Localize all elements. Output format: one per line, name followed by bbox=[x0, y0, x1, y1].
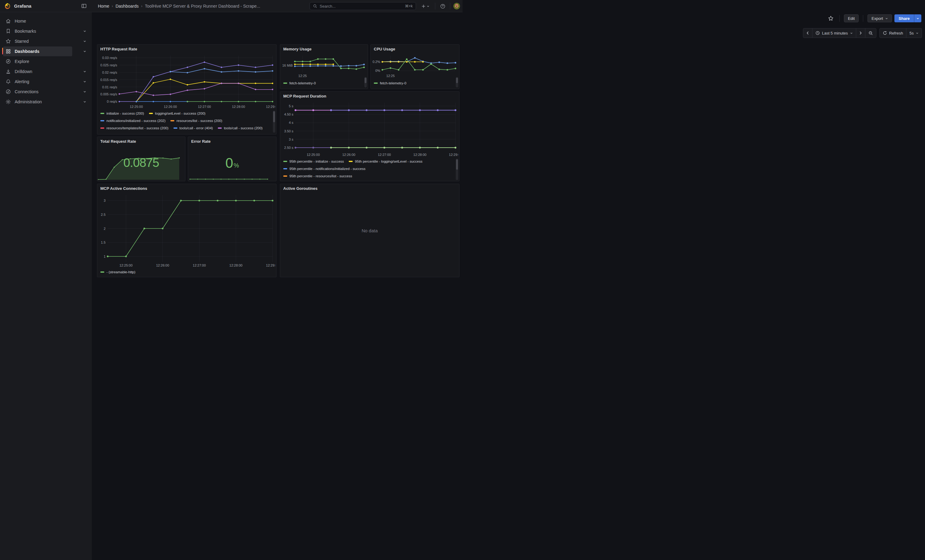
svg-text:0.005 req/s: 0.005 req/s bbox=[100, 92, 118, 96]
sidebar-item-starred[interactable]: Starred bbox=[3, 36, 89, 46]
dashboard-toolbar: Edit Export Share bbox=[92, 12, 462, 24]
sidebar-item-alerting[interactable]: Alerting bbox=[3, 77, 89, 87]
panel-memory-usage: Memory Usage 12:2516 MiB fetch-telemetry… bbox=[280, 44, 368, 89]
panel-title[interactable]: Error Rate bbox=[188, 137, 276, 146]
chevron-down-icon[interactable] bbox=[81, 40, 89, 43]
sidebar-link[interactable]: Dashboards bbox=[3, 47, 72, 56]
panel-title[interactable]: CPU Usage bbox=[371, 45, 459, 53]
search-input[interactable]: Search... ⌘+k bbox=[310, 2, 416, 10]
sidebar-item-label: Dashboards bbox=[15, 49, 39, 54]
legend-scrollbar-thumb[interactable] bbox=[365, 78, 366, 83]
legend-item[interactable]: tools/call - success (200) bbox=[218, 126, 263, 131]
sidebar-link[interactable]: Home bbox=[3, 16, 89, 26]
cpu-usage-chart[interactable]: 12:250.2%0% bbox=[371, 53, 458, 78]
sidebar-item-label: Explore bbox=[15, 59, 29, 64]
panel-title[interactable]: MCP Request Duration bbox=[280, 92, 459, 100]
legend-item[interactable]: notifications/initialized - success (202… bbox=[100, 118, 166, 123]
legend-label: 95th percentile - initialize - success bbox=[289, 159, 344, 163]
sidebar-link[interactable]: Connections bbox=[3, 87, 81, 97]
sidebar-item-home[interactable]: Home bbox=[3, 16, 89, 26]
legend-item[interactable]: resources/templates/list - success (200) bbox=[100, 126, 169, 131]
compass-icon bbox=[6, 59, 11, 64]
search-placeholder: Search... bbox=[319, 4, 402, 9]
chevron-down-icon[interactable] bbox=[81, 30, 89, 33]
grafana-logo-icon[interactable] bbox=[4, 3, 11, 9]
panel-title[interactable]: Memory Usage bbox=[280, 45, 368, 53]
svg-text:12:25:00: 12:25:00 bbox=[307, 153, 320, 156]
breadcrumb-separator: › bbox=[141, 4, 142, 8]
sidebar-item-administration[interactable]: Administration bbox=[3, 97, 89, 107]
svg-text:0.01 req/s: 0.01 req/s bbox=[102, 85, 117, 89]
panel-title[interactable]: Total Request Rate bbox=[97, 137, 185, 146]
legend-scrollbar-thumb[interactable] bbox=[456, 78, 458, 83]
svg-text:4.50 s: 4.50 s bbox=[284, 113, 293, 116]
legend-item[interactable]: - (streamable-http) bbox=[100, 270, 136, 275]
legend-scrollbar-thumb[interactable] bbox=[456, 159, 458, 170]
svg-text:0.2%: 0.2% bbox=[372, 60, 380, 64]
panel-title[interactable]: HTTP Request Rate bbox=[97, 45, 276, 53]
svg-text:12:28:00: 12:28:00 bbox=[229, 263, 243, 267]
sidebar-link[interactable]: Administration bbox=[3, 97, 81, 107]
legend-item[interactable]: logging/setLevel - success (200) bbox=[149, 111, 206, 116]
legend-item[interactable]: 95th percentile - logging/setLevel - suc… bbox=[349, 159, 422, 164]
http-request-rate-chart[interactable]: 12:25:0012:26:0012:27:0012:28:0012:29:00… bbox=[98, 53, 276, 109]
sidebar-item-bookmarks[interactable]: Bookmarks bbox=[3, 26, 89, 36]
nav-right bbox=[419, 0, 460, 12]
chevron-down-icon[interactable] bbox=[81, 70, 89, 73]
svg-text:12:29:00: 12:29:00 bbox=[266, 263, 276, 267]
help-icon[interactable] bbox=[438, 2, 447, 11]
sidebar-link[interactable]: Starred bbox=[3, 36, 81, 46]
panel-http-request-rate: HTTP Request Rate 12:25:0012:26:0012:27:… bbox=[97, 44, 277, 135]
chevron-down-icon[interactable] bbox=[81, 50, 89, 53]
mcp-request-duration-chart[interactable]: 12:25:0012:26:0012:27:0012:28:0012:29:00… bbox=[281, 100, 458, 157]
legend-item[interactable]: 95th percentile - resources/list - succe… bbox=[283, 174, 456, 179]
svg-text:0 req/s: 0 req/s bbox=[107, 100, 117, 103]
legend-scrollbar-thumb[interactable] bbox=[273, 111, 275, 122]
memory-usage-chart[interactable]: 12:2516 MiB bbox=[281, 53, 367, 78]
legend-item[interactable]: 95th percentile - notifications/initiali… bbox=[283, 166, 456, 171]
sidebar-link[interactable]: Drilldown bbox=[3, 67, 81, 77]
sidebar-item-label: Home bbox=[15, 19, 26, 24]
grid-icon bbox=[6, 49, 11, 54]
sidebar-link[interactable]: Bookmarks bbox=[3, 26, 81, 36]
mcp-active-connections-chart[interactable]: 12:25:0012:26:0012:27:0012:28:0012:29:00… bbox=[98, 192, 276, 268]
bookmark-icon bbox=[6, 29, 11, 34]
legend-item[interactable]: resources/list - success (200) bbox=[170, 118, 222, 123]
breadcrumb-dashboards[interactable]: Dashboards bbox=[116, 4, 139, 9]
legend-label: tools/call - error (404) bbox=[179, 126, 213, 130]
legend-item[interactable]: fetch-telemetry-0 bbox=[374, 81, 406, 86]
sidebar: HomeBookmarksStarredDashboardsExploreDri… bbox=[0, 12, 92, 280]
panel-title[interactable]: MCP Active Connections bbox=[97, 184, 276, 192]
bell-icon bbox=[6, 79, 11, 84]
legend-item[interactable]: tools/list - success (200) bbox=[100, 133, 144, 134]
chevron-down-icon[interactable] bbox=[81, 100, 89, 103]
svg-text:12:25:00: 12:25:00 bbox=[130, 105, 143, 108]
add-button[interactable] bbox=[419, 2, 432, 11]
legend-color-dot bbox=[218, 128, 222, 129]
legend-item[interactable]: fetch-telemetry-0 bbox=[283, 81, 316, 86]
sidebar-item-drilldown[interactable]: Drilldown bbox=[3, 66, 89, 77]
sidebar-item-connections[interactable]: Connections bbox=[3, 87, 89, 97]
chevron-down-icon[interactable] bbox=[81, 90, 89, 93]
legend-label: fetch-telemetry-0 bbox=[380, 81, 406, 85]
sidebar-link[interactable]: Alerting bbox=[3, 77, 81, 87]
svg-text:12:25:00: 12:25:00 bbox=[119, 263, 133, 267]
sidebar-link[interactable]: Explore bbox=[3, 57, 89, 66]
legend-item[interactable]: unknown - success (200) bbox=[149, 133, 194, 134]
sidebar-item-dashboards[interactable]: Dashboards bbox=[3, 46, 89, 56]
breadcrumb-home[interactable]: Home bbox=[98, 4, 109, 9]
legend-color-dot bbox=[100, 128, 104, 129]
legend-item[interactable]: tools/call - error (404) bbox=[173, 126, 213, 131]
http-legend: initialize - success (200)logging/setLev… bbox=[97, 110, 273, 134]
plug-icon bbox=[6, 89, 11, 95]
legend-item[interactable]: initialize - success (200) bbox=[100, 111, 144, 116]
avatar[interactable] bbox=[453, 3, 460, 9]
chevron-down-icon[interactable] bbox=[81, 80, 89, 83]
sidebar-item-explore[interactable]: Explore bbox=[3, 56, 89, 66]
sidebar-item-label: Administration bbox=[15, 99, 42, 104]
legend-item[interactable]: 95th percentile - initialize - success bbox=[283, 159, 344, 164]
legend-color-dot bbox=[349, 161, 353, 162]
brand-title: Grafana bbox=[14, 3, 77, 9]
sidebar-toggle-icon[interactable] bbox=[80, 2, 88, 11]
svg-text:2.50 s: 2.50 s bbox=[284, 146, 293, 150]
